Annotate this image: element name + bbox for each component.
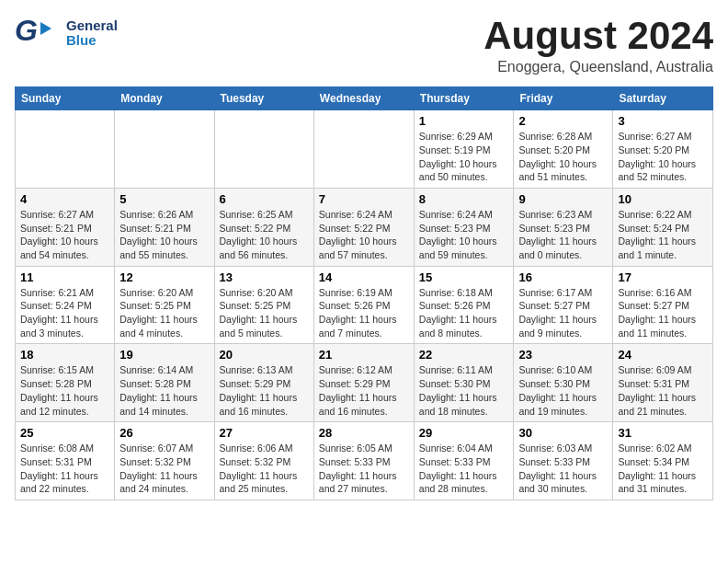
page-header: G General Blue August 2024 Enoggera, Que… [15, 15, 713, 75]
calendar-cell: 5Sunrise: 6:26 AMSunset: 5:21 PMDaylight… [115, 188, 214, 266]
page-title: August 2024 [483, 15, 713, 57]
cell-info: Sunrise: 6:07 AMSunset: 5:32 PMDaylight:… [119, 442, 209, 496]
calendar-cell: 14Sunrise: 6:19 AMSunset: 5:26 PMDayligh… [313, 266, 414, 344]
calendar-cell: 24Sunrise: 6:09 AMSunset: 5:31 PMDayligh… [613, 344, 713, 422]
day-number: 14 [319, 270, 409, 284]
calendar-cell [16, 110, 115, 189]
cell-info: Sunrise: 6:02 AMSunset: 5:34 PMDaylight:… [618, 442, 708, 496]
calendar-cell [214, 110, 313, 189]
calendar-cell: 25Sunrise: 6:08 AMSunset: 5:31 PMDayligh… [16, 422, 115, 500]
calendar-cell: 16Sunrise: 6:17 AMSunset: 5:27 PMDayligh… [514, 266, 613, 344]
day-number: 15 [419, 270, 509, 284]
cell-info: Sunrise: 6:13 AMSunset: 5:29 PMDaylight:… [220, 363, 309, 418]
header-cell-saturday: Saturday [613, 87, 713, 110]
cell-info: Sunrise: 6:10 AMSunset: 5:30 PMDaylight:… [518, 363, 608, 418]
header-cell-wednesday: Wednesday [313, 87, 414, 110]
cell-info: Sunrise: 6:04 AMSunset: 5:33 PMDaylight:… [419, 442, 509, 496]
day-number: 18 [20, 348, 109, 362]
cell-info: Sunrise: 6:08 AMSunset: 5:31 PMDaylight:… [20, 442, 109, 496]
day-number: 30 [518, 426, 608, 440]
header-row: SundayMondayTuesdayWednesdayThursdayFrid… [16, 87, 713, 110]
cell-info: Sunrise: 6:06 AMSunset: 5:32 PMDaylight:… [220, 442, 309, 496]
calendar-cell: 4Sunrise: 6:27 AMSunset: 5:21 PMDaylight… [16, 188, 115, 266]
cell-info: Sunrise: 6:17 AMSunset: 5:27 PMDaylight:… [518, 286, 608, 340]
cell-info: Sunrise: 6:27 AMSunset: 5:21 PMDaylight:… [20, 208, 109, 262]
calendar-cell: 6Sunrise: 6:25 AMSunset: 5:22 PMDaylight… [214, 188, 313, 266]
svg-marker-1 [40, 22, 51, 35]
cell-info: Sunrise: 6:20 AMSunset: 5:25 PMDaylight:… [119, 286, 209, 340]
week-row-3: 11Sunrise: 6:21 AMSunset: 5:24 PMDayligh… [16, 266, 713, 344]
cell-info: Sunrise: 6:20 AMSunset: 5:25 PMDaylight:… [220, 286, 309, 340]
cell-info: Sunrise: 6:05 AMSunset: 5:33 PMDaylight:… [319, 442, 409, 496]
calendar-cell: 29Sunrise: 6:04 AMSunset: 5:33 PMDayligh… [414, 422, 514, 500]
calendar-cell: 30Sunrise: 6:03 AMSunset: 5:33 PMDayligh… [514, 422, 613, 500]
day-number: 29 [419, 426, 509, 440]
day-number: 17 [618, 270, 708, 284]
calendar-cell: 21Sunrise: 6:12 AMSunset: 5:29 PMDayligh… [313, 344, 414, 422]
cell-info: Sunrise: 6:22 AMSunset: 5:24 PMDaylight:… [618, 208, 708, 262]
calendar-cell [313, 110, 414, 189]
cell-info: Sunrise: 6:09 AMSunset: 5:31 PMDaylight:… [618, 363, 708, 418]
calendar-cell: 2Sunrise: 6:28 AMSunset: 5:20 PMDaylight… [514, 110, 613, 189]
title-block: August 2024 Enoggera, Queensland, Austra… [483, 15, 713, 75]
week-row-2: 4Sunrise: 6:27 AMSunset: 5:21 PMDaylight… [16, 188, 713, 266]
day-number: 16 [518, 270, 608, 284]
calendar-cell: 23Sunrise: 6:10 AMSunset: 5:30 PMDayligh… [514, 344, 613, 422]
day-number: 19 [119, 348, 209, 362]
cell-info: Sunrise: 6:03 AMSunset: 5:33 PMDaylight:… [518, 442, 608, 496]
calendar-cell: 22Sunrise: 6:11 AMSunset: 5:30 PMDayligh… [414, 344, 514, 422]
calendar-cell: 27Sunrise: 6:06 AMSunset: 5:32 PMDayligh… [214, 422, 313, 500]
day-number: 12 [119, 270, 209, 284]
week-row-5: 25Sunrise: 6:08 AMSunset: 5:31 PMDayligh… [16, 422, 713, 500]
header-cell-thursday: Thursday [414, 87, 514, 110]
day-number: 26 [119, 426, 209, 440]
day-number: 31 [618, 426, 708, 440]
day-number: 11 [20, 270, 109, 284]
logo: G General Blue [15, 15, 118, 52]
header-cell-monday: Monday [115, 87, 214, 110]
calendar-body: 1Sunrise: 6:29 AMSunset: 5:19 PMDaylight… [16, 110, 713, 500]
cell-info: Sunrise: 6:12 AMSunset: 5:29 PMDaylight:… [319, 363, 409, 418]
day-number: 8 [419, 192, 509, 206]
day-number: 3 [618, 114, 708, 128]
day-number: 6 [220, 192, 309, 206]
calendar-cell: 3Sunrise: 6:27 AMSunset: 5:20 PMDaylight… [613, 110, 713, 189]
day-number: 24 [618, 348, 708, 362]
calendar-cell: 28Sunrise: 6:05 AMSunset: 5:33 PMDayligh… [313, 422, 414, 500]
day-number: 10 [618, 192, 708, 206]
day-number: 21 [319, 348, 409, 362]
svg-text:G: G [15, 15, 38, 47]
day-number: 25 [20, 426, 109, 440]
day-number: 4 [20, 192, 109, 206]
calendar-header: SundayMondayTuesdayWednesdayThursdayFrid… [16, 87, 713, 110]
cell-info: Sunrise: 6:16 AMSunset: 5:27 PMDaylight:… [618, 286, 708, 340]
cell-info: Sunrise: 6:26 AMSunset: 5:21 PMDaylight:… [119, 208, 209, 262]
day-number: 27 [220, 426, 309, 440]
day-number: 28 [319, 426, 409, 440]
page-subtitle: Enoggera, Queensland, Australia [483, 59, 713, 75]
logo-blue-text: Blue [66, 33, 118, 49]
cell-info: Sunrise: 6:24 AMSunset: 5:22 PMDaylight:… [319, 208, 409, 262]
calendar-cell: 11Sunrise: 6:21 AMSunset: 5:24 PMDayligh… [16, 266, 115, 344]
day-number: 1 [419, 114, 509, 128]
week-row-4: 18Sunrise: 6:15 AMSunset: 5:28 PMDayligh… [16, 344, 713, 422]
cell-info: Sunrise: 6:19 AMSunset: 5:26 PMDaylight:… [319, 286, 409, 340]
calendar-cell: 15Sunrise: 6:18 AMSunset: 5:26 PMDayligh… [414, 266, 514, 344]
cell-info: Sunrise: 6:28 AMSunset: 5:20 PMDaylight:… [518, 130, 608, 184]
cell-info: Sunrise: 6:18 AMSunset: 5:26 PMDaylight:… [419, 286, 509, 340]
calendar-cell: 19Sunrise: 6:14 AMSunset: 5:28 PMDayligh… [115, 344, 214, 422]
cell-info: Sunrise: 6:21 AMSunset: 5:24 PMDaylight:… [20, 286, 109, 340]
cell-info: Sunrise: 6:15 AMSunset: 5:28 PMDaylight:… [20, 363, 109, 418]
calendar-table: SundayMondayTuesdayWednesdayThursdayFrid… [15, 86, 713, 500]
header-cell-sunday: Sunday [16, 87, 115, 110]
calendar-cell: 12Sunrise: 6:20 AMSunset: 5:25 PMDayligh… [115, 266, 214, 344]
calendar-cell: 17Sunrise: 6:16 AMSunset: 5:27 PMDayligh… [613, 266, 713, 344]
cell-info: Sunrise: 6:23 AMSunset: 5:23 PMDaylight:… [518, 208, 608, 262]
day-number: 9 [518, 192, 608, 206]
cell-info: Sunrise: 6:14 AMSunset: 5:28 PMDaylight:… [119, 363, 209, 418]
calendar-cell [115, 110, 214, 189]
calendar-cell: 13Sunrise: 6:20 AMSunset: 5:25 PMDayligh… [214, 266, 313, 344]
logo-icon: G [15, 15, 59, 52]
header-cell-friday: Friday [514, 87, 613, 110]
cell-info: Sunrise: 6:29 AMSunset: 5:19 PMDaylight:… [419, 130, 509, 184]
